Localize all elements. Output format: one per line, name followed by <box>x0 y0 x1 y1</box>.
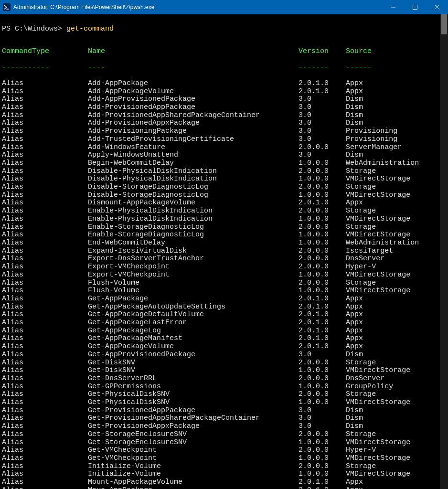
output-dash-row: ----------- ---- ------- ------ <box>2 64 448 72</box>
output-row: Alias Add-AppPackage 2.0.1.0 Appx <box>2 80 448 88</box>
output-row: Alias Initialize-Volume 2.0.0.0 Storage <box>2 463 448 471</box>
output-row: Alias Get-StorageEnclosureSNV 1.0.0.0 VM… <box>2 439 448 447</box>
terminal-area[interactable]: PS C:\Windows> get-command CommandType N… <box>0 14 448 489</box>
output-row: Alias Add-AppPackageVolume 2.0.1.0 Appx <box>2 88 448 96</box>
vertical-scrollbar[interactable] <box>440 14 448 489</box>
output-row: Alias Get-DiskSNV 2.0.0.0 Storage <box>2 359 448 367</box>
output-row: Alias Mount-AppPackageVolume 2.0.1.0 App… <box>2 478 448 487</box>
output-row: Alias Enable-PhysicalDiskIndication 2.0.… <box>2 207 448 215</box>
output-row: Alias Add-ProvisionedAppxPackage 3.0 Dis… <box>2 119 448 128</box>
output-row: Alias Enable-StorageDiagnosticLog 1.0.0.… <box>2 231 448 239</box>
close-button[interactable] <box>426 0 448 14</box>
prompt-command: get-command <box>66 25 114 33</box>
scrollbar-thumb[interactable] <box>441 14 447 34</box>
output-row: Alias Add-WindowsFeature 2.0.0.0 ServerM… <box>2 144 448 152</box>
output-row: Alias Get-ProvisionedAppSharedPackageCon… <box>2 415 448 423</box>
svg-rect-3 <box>413 5 417 10</box>
output-row: Alias Get-DiskSNV 1.0.0.0 VMDirectStorag… <box>2 367 448 375</box>
window-title: Administrator: C:\Program Files\PowerShe… <box>13 4 154 11</box>
powershell-icon <box>3 3 11 11</box>
output-row: Alias Enable-PhysicalDiskIndication 1.0.… <box>2 215 448 223</box>
output-row: Alias Begin-WebCommitDelay 1.0.0.0 WebAd… <box>2 159 448 168</box>
output-row: Alias Get-StorageEnclosureSNV 2.0.0.0 St… <box>2 431 448 439</box>
output-row: Alias Get-ProvisionedAppPackage 3.0 Dism <box>2 407 448 415</box>
output-row: Alias Export-VMCheckpoint 1.0.0.0 VMDire… <box>2 271 448 279</box>
output-row: Alias Move-AppPackage 2.0.1.0 Appx <box>2 487 448 489</box>
output-row: Alias Get-AppPackageLog 2.0.1.0 Appx <box>2 327 448 335</box>
output-row: Alias Get-PhysicalDiskSNV 1.0.0.0 VMDire… <box>2 399 448 407</box>
output-row: Alias Get-AppPackageLastError 2.0.1.0 Ap… <box>2 319 448 327</box>
output-row: Alias Expand-IscsiVirtualDisk 2.0.0.0 Is… <box>2 247 448 255</box>
output-row: Alias Flush-Volume 2.0.0.0 Storage <box>2 279 448 287</box>
output-row: Alias Get-AppPackageVolume 2.0.1.0 Appx <box>2 343 448 351</box>
output-row: Alias Get-VMCheckpoint 1.0.0.0 VMDirectS… <box>2 455 448 463</box>
output-row: Alias Add-AppProvisionedPackage 3.0 Dism <box>2 96 448 104</box>
output-row: Alias Flush-Volume 1.0.0.0 VMDirectStora… <box>2 287 448 295</box>
output-row: Alias Get-AppPackage 2.0.1.0 Appx <box>2 295 448 303</box>
output-row: Alias Get-DnsServerRRL 2.0.0.0 DnsServer <box>2 375 448 383</box>
window-titlebar: Administrator: C:\Program Files\PowerShe… <box>0 0 448 14</box>
output-row: Alias Get-AppPackageAutoUpdateSettings 2… <box>2 303 448 311</box>
output-row: Alias Disable-StorageDiagnosticLog 2.0.0… <box>2 183 448 191</box>
output-row: Alias Enable-StorageDiagnosticLog 2.0.0.… <box>2 223 448 232</box>
output-row: Alias Initialize-Volume 1.0.0.0 VMDirect… <box>2 470 448 478</box>
output-row: Alias Export-VMCheckpoint 2.0.0.0 Hyper-… <box>2 263 448 271</box>
output-row: Alias Get-AppProvisionedPackage 3.0 Dism <box>2 351 448 359</box>
output-row: Alias Disable-PhysicalDiskIndication 1.0… <box>2 175 448 183</box>
output-row: Alias Get-AppPackageDefaultVolume 2.0.1.… <box>2 311 448 319</box>
output-row: Alias Get-VMCheckpoint 2.0.0.0 Hyper-V <box>2 446 448 455</box>
output-row: Alias Add-ProvisionedAppPackage 3.0 Dism <box>2 104 448 112</box>
output-header-row: CommandType Name Version Source <box>2 48 448 56</box>
minimize-button[interactable] <box>382 0 404 14</box>
output-row: Alias Add-ProvisioningPackage 3.0 Provis… <box>2 128 448 136</box>
output-row: Alias Export-DnsServerTrustAnchor 2.0.0.… <box>2 255 448 263</box>
output-row: Alias End-WebCommitDelay 1.0.0.0 WebAdmi… <box>2 239 448 247</box>
output-row: Alias Dismount-AppPackageVolume 2.0.1.0 … <box>2 199 448 207</box>
output-row: Alias Get-GPPermissions 1.0.0.0 GroupPol… <box>2 383 448 391</box>
prompt-path: PS C:\Windows> <box>2 25 66 33</box>
output-row: Alias Disable-PhysicalDiskIndication 2.0… <box>2 168 448 176</box>
output-row: Alias Disable-StorageDiagnosticLog 1.0.0… <box>2 191 448 200</box>
output-row: Alias Get-PhysicalDiskSNV 2.0.0.0 Storag… <box>2 391 448 399</box>
output-row: Alias Get-ProvisionedAppxPackage 3.0 Dis… <box>2 423 448 431</box>
output-row: Alias Get-AppPackageManifest 2.0.1.0 App… <box>2 335 448 343</box>
output-row: Alias Add-ProvisionedAppSharedPackageCon… <box>2 112 448 120</box>
output-row: Alias Add-TrustedProvisioningCertificate… <box>2 136 448 144</box>
output-row: Alias Apply-WindowsUnattend 3.0 Dism <box>2 151 448 159</box>
terminal-text: PS C:\Windows> get-command CommandType N… <box>0 14 448 489</box>
maximize-button[interactable] <box>404 0 426 14</box>
